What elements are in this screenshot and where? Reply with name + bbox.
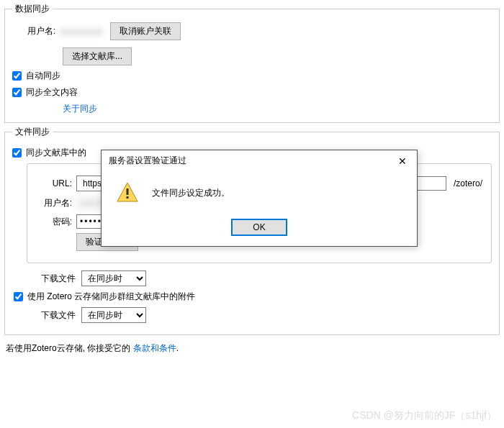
download-label-2: 下载文件 <box>41 309 76 322</box>
url-suffix: /zotero/ <box>454 178 482 188</box>
footer-text: 若使用Zotero云存储, 你接受它的 条款和条件. <box>6 342 498 355</box>
download-select-1[interactable]: 在同步时 <box>81 270 146 286</box>
sync-fulltext-label: 同步全文内容 <box>26 86 78 99</box>
about-sync-link[interactable]: 关于同步 <box>63 104 97 114</box>
svg-rect-1 <box>127 188 129 195</box>
use-zotero-storage-label: 使用 Zotero 云存储同步群组文献库中的附件 <box>27 291 195 303</box>
download-select-2[interactable]: 在同步时 <box>81 307 146 323</box>
warning-icon <box>116 181 139 204</box>
file-sync-legend: 文件同步 <box>12 126 53 138</box>
sync-fulltext-checkbox[interactable] <box>12 88 22 97</box>
dialog-title: 服务器设置验证通过 <box>109 155 186 167</box>
url-label: URL: <box>36 178 72 188</box>
auto-sync-label: 自动同步 <box>26 70 60 82</box>
choose-library-button[interactable]: 选择文献库... <box>63 47 132 65</box>
username-label: 用户名: <box>12 25 55 37</box>
unlink-account-button[interactable]: 取消账户关联 <box>110 22 181 40</box>
use-zotero-storage-checkbox[interactable] <box>14 292 23 301</box>
sync-attachments-checkbox[interactable] <box>12 148 22 158</box>
svg-rect-2 <box>127 196 129 199</box>
verification-dialog: 服务器设置验证通过 ✕ 文件同步设定成功。 OK <box>101 150 418 247</box>
ok-button[interactable]: OK <box>231 219 287 236</box>
data-sync-legend: 数据同步 <box>12 3 53 15</box>
data-sync-section: 数据同步 用户名: xxxxxxxxxx 取消账户关联 选择文献库... 自动同… <box>4 3 500 123</box>
username-value: xxxxxxxxxx <box>60 27 103 37</box>
password-label: 密码: <box>36 216 72 228</box>
close-icon[interactable]: ✕ <box>394 155 411 167</box>
download-label-1: 下载文件 <box>41 273 76 285</box>
auto-sync-checkbox[interactable] <box>12 71 22 81</box>
webdav-username-label: 用户名: <box>36 197 72 209</box>
terms-link[interactable]: 条款和条件 <box>133 343 176 353</box>
watermark: CSDN @努力向前的JF（s1hjf） <box>352 409 497 422</box>
sync-attachments-label: 同步文献库中的 <box>26 147 86 159</box>
dialog-message: 文件同步设定成功。 <box>152 187 230 199</box>
